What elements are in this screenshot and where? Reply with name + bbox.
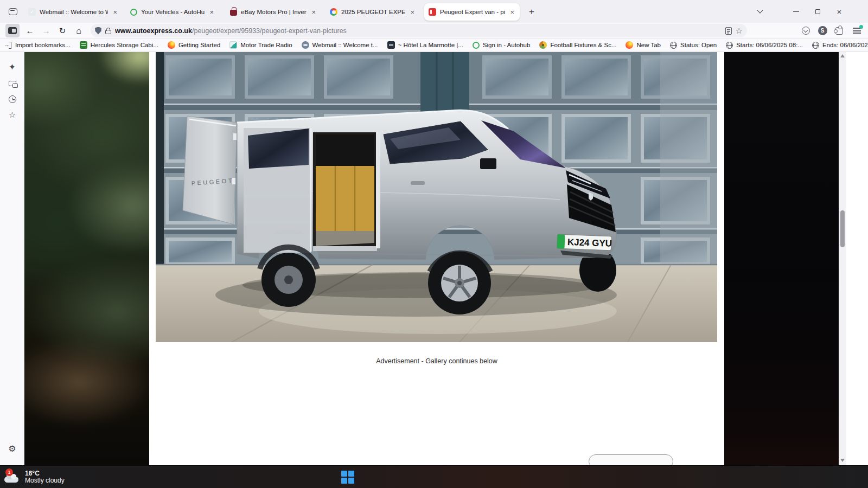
reload-button[interactable]: ↻ <box>55 24 69 37</box>
autohub-favicon <box>130 9 137 16</box>
article-content: PEUGEOT <box>149 52 724 465</box>
bookmark-webmail[interactable]: Webmail :: Welcome t... <box>302 41 378 49</box>
bookmark-label: ~ Hôtel La Marmotte |... <box>398 42 463 48</box>
account-button[interactable]: S <box>815 24 829 37</box>
new-tab-button[interactable]: + <box>525 5 538 18</box>
browser-viewport: PEUGEOT <box>24 52 846 465</box>
number-plate: KJ24 GYU <box>557 234 612 251</box>
bookmark-starts[interactable]: Starts: 06/06/2025 08:... <box>726 42 803 49</box>
firefox-icon <box>168 41 175 49</box>
bookmark-hotel-la-marmotte[interactable]: ~ Hôtel La Marmotte |... <box>387 41 463 49</box>
bookmark-label: Hercules Storage Cabi... <box>91 42 158 48</box>
bookmark-football-fixtures[interactable]: Football Fixtures & Sc... <box>539 41 616 49</box>
tab-close-icon[interactable]: × <box>310 8 317 16</box>
article-image-peugeot-expert-van[interactable]: PEUGEOT <box>156 52 717 342</box>
address-bar[interactable]: www.autoexpress.co.uk/peugeot/expert/959… <box>91 24 747 37</box>
bookmarks-button[interactable]: ☆ <box>5 107 20 122</box>
ai-chatbot-button[interactable]: ✦ <box>5 60 20 74</box>
pocket-icon <box>802 27 810 35</box>
firefox-view-button[interactable] <box>5 5 21 18</box>
sidebar-toggle-button[interactable] <box>5 24 20 37</box>
restore-icon <box>815 9 820 14</box>
window-close-button[interactable]: × <box>831 5 847 17</box>
motor-trade-favicon <box>229 41 237 49</box>
home-button[interactable]: ⌂ <box>72 24 86 37</box>
webmail-favicon <box>302 41 309 49</box>
tab-list-dropdown-button[interactable] <box>752 5 768 17</box>
start-button[interactable] <box>341 470 355 484</box>
background-ad-left[interactable] <box>24 52 149 465</box>
bookmark-import[interactable]: Import bookmarks... <box>4 41 71 49</box>
app-menu-button[interactable] <box>850 24 864 37</box>
globe-icon <box>812 42 819 49</box>
clock-icon <box>9 95 16 103</box>
window-restore-button[interactable] <box>809 5 826 17</box>
bookmark-getting-started[interactable]: Getting Started <box>168 41 220 49</box>
bookmark-label: Status: Open <box>680 42 717 48</box>
window-minimize-button[interactable] <box>788 5 804 17</box>
minimize-icon <box>793 11 799 12</box>
chevron-down-icon <box>757 7 763 13</box>
tab-ebay-motors[interactable]: eBay Motors Pro | Inventory × <box>226 3 321 21</box>
bookmark-label: Football Fixtures & Sc... <box>550 42 616 48</box>
bookmark-label: Starts: 06/06/2025 08:... <box>736 42 803 48</box>
tab-close-icon[interactable]: × <box>409 8 416 16</box>
tab-close-icon[interactable]: × <box>509 8 515 16</box>
page-scrollbar[interactable] <box>839 52 846 465</box>
autoexpress-favicon <box>429 8 436 16</box>
sidebar-settings-button[interactable]: ⚙ <box>5 441 20 456</box>
tab-close-icon[interactable]: × <box>112 8 118 16</box>
hercules-favicon <box>80 41 87 49</box>
bookmark-star-icon[interactable]: ☆ <box>736 26 743 36</box>
bookmark-status-open[interactable]: Status: Open <box>670 42 717 49</box>
tab-close-icon[interactable]: × <box>208 8 215 16</box>
scroll-up-arrow[interactable] <box>840 54 845 59</box>
synced-tabs-icon <box>9 81 16 86</box>
forward-button[interactable]: → <box>39 24 53 37</box>
bookmark-signin-autohub[interactable]: Sign in - Autohub <box>473 42 531 49</box>
sparkle-icon: ✦ <box>9 62 16 72</box>
puzzle-icon <box>835 27 843 35</box>
extensions-button[interactable] <box>832 24 846 37</box>
hotel-favicon <box>387 41 395 49</box>
bookmark-new-tab[interactable]: New Tab <box>626 41 661 49</box>
blurred-trees-image <box>24 52 149 465</box>
weather-widget[interactable]: 1 16°C Mostly cloudy <box>4 467 65 487</box>
advertisement-caption: Advertisement - Gallery continues below <box>149 357 724 365</box>
globe-icon <box>670 42 677 49</box>
tab-webmail[interactable]: ✓ Webmail :: Welcome to Webma × <box>24 3 123 21</box>
bookmark-motor-trade-radio[interactable]: Motor Trade Radio <box>229 41 292 49</box>
bookmark-label: Sign in - Autohub <box>483 42 531 48</box>
url-text[interactable]: www.autoexpress.co.uk/peugeot/expert/959… <box>115 27 722 35</box>
tracking-protection-shield-icon[interactable] <box>95 27 101 35</box>
tab-title: eBay Motors Pro | Inventory <box>241 9 307 15</box>
tab-autohub-vehicles[interactable]: Your Vehicles - AutoHub × <box>126 3 219 21</box>
notification-badge: 1 <box>5 468 13 476</box>
door-handle <box>411 181 425 185</box>
tab-title: Webmail :: Welcome to Webma <box>40 9 108 15</box>
tab-autoexpress-active[interactable]: Peugeot Expert van - pictures | × <box>424 3 520 21</box>
scroll-down-arrow[interactable] <box>840 459 845 463</box>
pocket-button[interactable] <box>799 24 813 37</box>
url-path: /peugeot/expert/95933/peugeot-expert-van… <box>192 27 347 35</box>
scrollbar-thumb[interactable] <box>840 210 845 247</box>
back-button[interactable]: ← <box>23 24 37 37</box>
tab-title: Peugeot Expert van - pictures | <box>440 9 505 15</box>
firefox-sidebar-rail: ✦ ☆ ⚙ <box>0 52 24 465</box>
firefox-view-icon <box>9 8 17 15</box>
tab-title: 2025 PEUGEOT EXPERT DIESEL - <box>341 9 405 15</box>
bookmark-hercules-storage[interactable]: Hercules Storage Cabi... <box>80 41 158 49</box>
open-rear-door: PEUGEOT <box>183 116 237 224</box>
reader-view-icon[interactable] <box>725 27 732 35</box>
bookmark-ends[interactable]: Ends: 06/06/2025 15:00 <box>812 42 868 49</box>
windows-taskbar: 1 16°C Mostly cloudy ☁ <box>0 465 868 488</box>
background-ad-right[interactable] <box>724 52 839 465</box>
history-button[interactable] <box>5 92 20 106</box>
front-wheel <box>428 252 491 314</box>
synced-tabs-button[interactable] <box>5 76 20 91</box>
bookmark-label: Webmail :: Welcome t... <box>312 42 378 48</box>
tab-google-search[interactable]: 2025 PEUGEOT EXPERT DIESEL - × <box>326 3 420 21</box>
desktop: ✓ Webmail :: Welcome to Webma × Your Veh… <box>0 0 868 488</box>
gallery-next-button-partial[interactable] <box>589 454 673 465</box>
lock-icon[interactable] <box>105 30 111 34</box>
